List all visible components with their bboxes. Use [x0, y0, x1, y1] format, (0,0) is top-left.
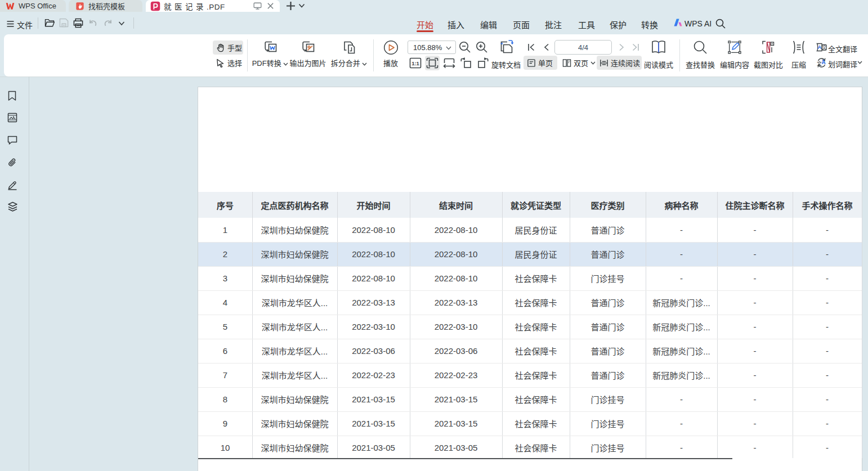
- svg-text:文: 文: [822, 44, 826, 50]
- svg-text:A: A: [818, 44, 822, 50]
- svg-text:1:1: 1:1: [411, 60, 419, 66]
- svg-text:A: A: [821, 59, 825, 65]
